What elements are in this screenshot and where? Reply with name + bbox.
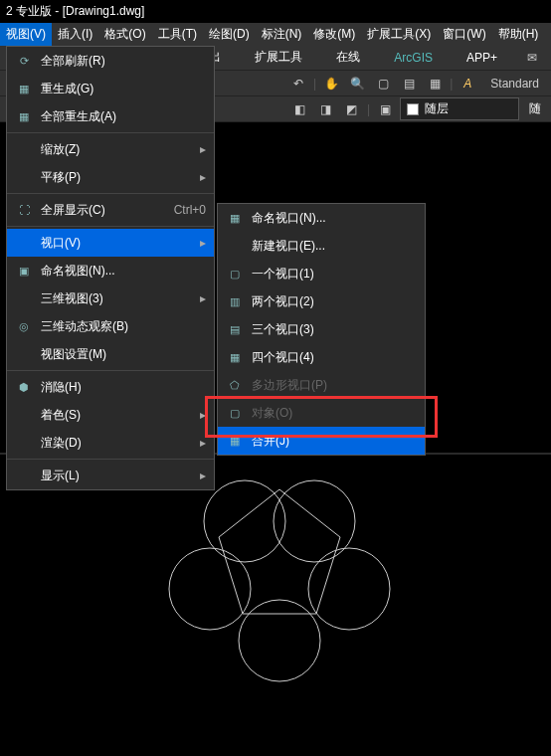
menu-ext[interactable]: 扩展工具(X) — [361, 23, 437, 46]
menu-refresh-all[interactable]: ⟳全部刷新(R) — [7, 47, 214, 75]
box-icon[interactable]: ▢ — [372, 73, 394, 94]
tab-ext-tools[interactable]: 扩展工具 — [245, 46, 312, 69]
menu-hide[interactable]: ⬢消隐(H) — [7, 373, 214, 401]
layer-name: 随层 — [425, 100, 449, 117]
menu-insert[interactable]: 插入(I) — [52, 23, 98, 46]
menu-shade[interactable]: 着色(S)▸ — [7, 401, 214, 429]
submenu-poly-vp: ⬠多边形视口(P) — [218, 371, 425, 399]
menubar: 视图(V) 插入(I) 格式(O) 工具(T) 绘图(D) 标注(N) 修改(M… — [0, 23, 551, 45]
chevron-right-icon: ▸ — [200, 291, 206, 305]
menu-dim[interactable]: 标注(N) — [256, 23, 308, 46]
layers-icon[interactable]: ▤ — [398, 73, 420, 94]
chevron-right-icon: ▸ — [200, 236, 206, 250]
chevron-right-icon: ▸ — [200, 142, 206, 156]
merge-icon: ▦ — [226, 432, 244, 450]
svg-marker-5 — [219, 489, 340, 614]
menu-3dorbit[interactable]: ◎三维动态观察(B) — [7, 312, 214, 340]
undo-icon[interactable]: ↶ — [287, 73, 309, 94]
menu-format[interactable]: 格式(O) — [98, 23, 151, 46]
menu-display[interactable]: 显示(L)▸ — [7, 462, 214, 489]
named-view-icon: ▣ — [15, 262, 33, 280]
chevron-right-icon: ▸ — [200, 408, 206, 422]
hide-icon: ⬢ — [15, 378, 33, 396]
regen-all-icon: ▦ — [15, 107, 33, 125]
chevron-right-icon: ▸ — [200, 436, 206, 450]
svg-point-2 — [169, 548, 251, 630]
refresh-icon: ⟳ — [15, 52, 33, 70]
menu-view-settings[interactable]: 视图设置(M) — [7, 340, 214, 368]
menu-pan[interactable]: 平移(P)▸ — [7, 163, 214, 191]
text-style-icon[interactable]: A — [457, 73, 478, 94]
color-swatch — [407, 103, 419, 115]
object-icon: ▢ — [226, 404, 244, 422]
menu-window[interactable]: 窗口(W) — [437, 23, 491, 46]
submenu-one-vp[interactable]: ▢一个视口(1) — [218, 260, 425, 287]
two-vp-icon: ▥ — [226, 292, 244, 310]
window-title: 2 专业版 - [Drawing1.dwg] — [0, 0, 551, 23]
layer-icon3[interactable]: ◩ — [341, 98, 363, 120]
one-vp-icon: ▢ — [226, 265, 244, 283]
menu-render[interactable]: 渲染(D)▸ — [7, 429, 214, 457]
standard-label: Standard — [482, 77, 547, 91]
menu-zoom[interactable]: 缩放(Z)▸ — [7, 135, 214, 163]
menu-modify[interactable]: 修改(M) — [307, 23, 361, 46]
grid-icon[interactable]: ▦ — [424, 73, 446, 94]
submenu-object: ▢对象(O) — [218, 399, 425, 427]
zoom-icon[interactable]: 🔍 — [346, 73, 368, 94]
submenu-four-vp[interactable]: ▦四个视口(4) — [218, 343, 425, 371]
tab-online[interactable]: 在线 — [326, 46, 370, 69]
menu-draw[interactable]: 绘图(D) — [203, 23, 256, 46]
named-vp-icon: ▦ — [226, 209, 244, 227]
svg-point-4 — [239, 600, 320, 681]
submenu-named-vp[interactable]: ▦命名视口(N)... — [218, 204, 425, 232]
menu-regen[interactable]: ▦重生成(G) — [7, 75, 214, 102]
tab-app[interactable]: APP+ — [457, 48, 507, 68]
hand-icon[interactable]: ✋ — [320, 73, 342, 94]
view-menu-dropdown: ⟳全部刷新(R) ▦重生成(G) ▦全部重生成(A) 缩放(Z)▸ 平移(P)▸… — [6, 46, 215, 490]
submenu-merge[interactable]: ▦合并(J) — [218, 427, 425, 455]
menu-fullscreen[interactable]: ⛶全屏显示(C)Ctrl+0 — [7, 196, 214, 224]
viewport-submenu: ▦命名视口(N)... 新建视口(E)... ▢一个视口(1) ▥两个视口(2)… — [217, 203, 426, 456]
layer-dropdown[interactable]: 随层 — [400, 97, 519, 120]
tab-arcgis[interactable]: ArcGIS — [384, 48, 443, 68]
regen-icon: ▦ — [15, 80, 33, 97]
chevron-right-icon: ▸ — [200, 170, 206, 184]
chevron-right-icon: ▸ — [200, 469, 206, 482]
three-vp-icon: ▤ — [226, 320, 244, 338]
submenu-two-vp[interactable]: ▥两个视口(2) — [218, 287, 425, 315]
fullscreen-icon: ⛶ — [15, 201, 33, 219]
submenu-three-vp[interactable]: ▤三个视口(3) — [218, 315, 425, 343]
layer2-label: 随 — [523, 100, 547, 117]
mail-icon[interactable]: ✉ — [521, 47, 543, 69]
four-vp-icon: ▦ — [226, 348, 244, 366]
menu-3dview[interactable]: 三维视图(3)▸ — [7, 284, 214, 312]
orbit-icon: ◎ — [15, 317, 33, 335]
menu-regen-all[interactable]: ▦全部重生成(A) — [7, 102, 214, 130]
drawing-content — [0, 460, 551, 756]
poly-vp-icon: ⬠ — [226, 376, 244, 394]
svg-point-3 — [308, 548, 390, 630]
props-icon[interactable]: ▣ — [374, 98, 396, 120]
submenu-new-vp[interactable]: 新建视口(E)... — [218, 232, 425, 260]
menu-help[interactable]: 帮助(H) — [492, 23, 545, 46]
menu-viewport[interactable]: 视口(V)▸ — [7, 229, 214, 257]
menu-tools[interactable]: 工具(T) — [152, 23, 203, 46]
menu-view[interactable]: 视图(V) — [0, 23, 52, 46]
menu-named-view[interactable]: ▣命名视图(N)... — [7, 257, 214, 284]
layer-icon2[interactable]: ◨ — [315, 98, 337, 120]
layer-icon[interactable]: ◧ — [289, 98, 311, 120]
